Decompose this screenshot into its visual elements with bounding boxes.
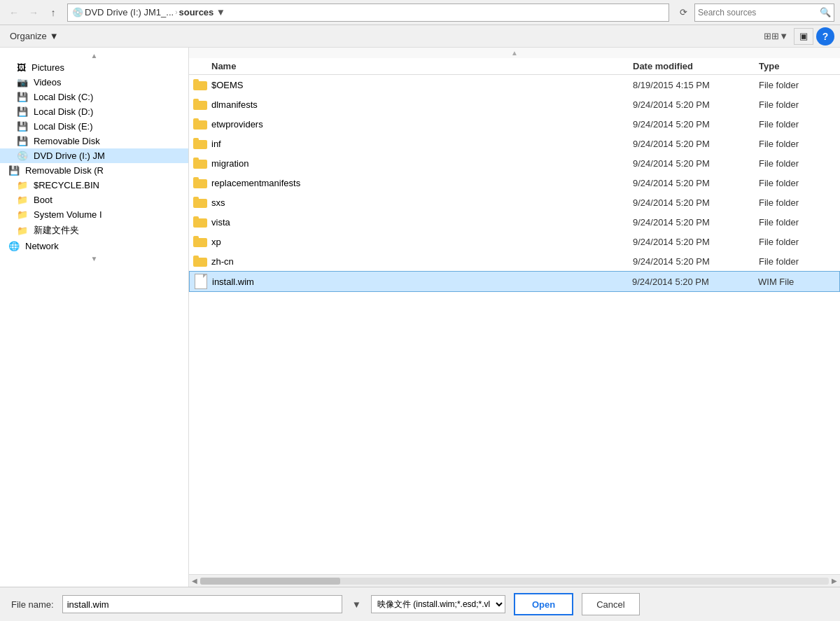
sidebar-item-boot[interactable]: 📁 Boot (0, 193, 188, 207)
file-date-inf: 9/24/2014 5:20 PM (630, 139, 756, 149)
breadcrumb-sep: › (175, 8, 177, 16)
hscroll-thumb[interactable] (200, 578, 340, 585)
folder-icon-inf (189, 138, 211, 149)
new-folder-icon: 📁 (17, 225, 28, 236)
file-row-vista[interactable]: vista 9/24/2014 5:20 PM File folder (189, 212, 840, 232)
sidebar-item-local-c[interactable]: 💾 Local Disk (C:) (0, 90, 188, 104)
col-name-header[interactable]: Name (189, 61, 630, 71)
folder-icon-soems (189, 79, 211, 90)
cancel-button[interactable]: Cancel (582, 593, 639, 615)
file-list-header: Name Date modified Type (189, 58, 840, 75)
sidebar-scroll-up[interactable]: ▲ (0, 50, 188, 60)
search-icon: 🔍 (820, 7, 831, 18)
file-date-zh-cn: 9/24/2014 5:20 PM (630, 256, 756, 267)
breadcrumb-drive-label: DVD Drive (I:) JM1_... (85, 7, 174, 18)
organize-button[interactable]: Organize ▼ (6, 29, 63, 43)
file-name-input[interactable] (62, 595, 342, 613)
main-area: ▲ 🖼 Pictures 📷 Videos 💾 Local Disk (C:) … (0, 48, 840, 587)
toolbar2-right: ⊞⊞ ▼ ▣ ? (761, 27, 834, 46)
sidebar-item-local-e[interactable]: 💾 Local Disk (E:) (0, 119, 188, 134)
file-type-zh-cn: File folder (756, 256, 840, 267)
hscroll-left-button[interactable]: ◀ (189, 577, 200, 585)
view-button[interactable]: ⊞⊞ ▼ (761, 29, 791, 43)
file-type-sxs: File folder (756, 197, 840, 208)
col-type-header[interactable]: Type (756, 61, 840, 71)
sidebar-item-removable[interactable]: 💾 Removable Disk (0, 134, 188, 148)
horizontal-scrollbar: ◀ ▶ (189, 574, 840, 587)
file-date-replacementmanifests: 9/24/2014 5:20 PM (630, 178, 756, 188)
file-row-dlmanifests[interactable]: dlmanifests 9/24/2014 5:20 PM File folde… (189, 95, 840, 114)
pane-button[interactable]: ▣ (794, 28, 813, 45)
breadcrumb-current[interactable]: sources (178, 7, 214, 18)
local-e-icon: 💾 (17, 121, 28, 132)
hscroll-right-button[interactable]: ▶ (829, 577, 840, 585)
file-row-xp[interactable]: xp 9/24/2014 5:20 PM File folder (189, 232, 840, 251)
file-name-xp: xp (211, 237, 630, 247)
file-row-install-wim[interactable]: install.wim 9/24/2014 5:20 PM WIM File (189, 271, 840, 292)
sidebar-item-pictures[interactable]: 🖼 Pictures (0, 60, 188, 75)
file-name-zh-cn: zh-cn (211, 256, 630, 267)
view-arrow-icon: ▼ (779, 31, 788, 41)
hscroll-track[interactable] (200, 578, 829, 585)
file-row-etwproviders[interactable]: etwproviders 9/24/2014 5:20 PM File fold… (189, 114, 840, 134)
boot-icon: 📁 (17, 195, 28, 205)
sidebar-item-network[interactable]: 🌐 Network (0, 239, 188, 253)
pane-icon: ▣ (799, 31, 808, 41)
file-type-select[interactable]: 映像文件 (install.wim;*.esd;*.vl (371, 595, 505, 613)
file-name-replacementmanifests: replacementmanifests (211, 178, 630, 188)
sidebar-item-system-volume-label: System Volume I (34, 209, 183, 220)
sidebar-item-dvd[interactable]: 💿 DVD Drive (I:) JM (0, 148, 188, 163)
back-button[interactable]: ← (6, 4, 22, 21)
help-button[interactable]: ? (816, 27, 834, 46)
sidebar-item-new-folder[interactable]: 📁 新建文件夹 (0, 222, 188, 239)
file-name-migration: migration (211, 158, 630, 169)
file-row-zh-cn[interactable]: zh-cn 9/24/2014 5:20 PM File folder (189, 251, 840, 271)
sidebar-item-removable-r[interactable]: 💾 Removable Disk (R (0, 163, 188, 178)
refresh-button[interactable]: ⟳ (675, 4, 692, 21)
sidebar-item-local-d-label: Local Disk (D:) (34, 106, 183, 117)
organize-label: Organize (10, 31, 47, 41)
file-name-dropdown-button[interactable]: ▼ (351, 595, 363, 613)
sidebar-item-videos[interactable]: 📷 Videos (0, 75, 188, 90)
sidebar-scroll-down[interactable]: ▼ (0, 253, 188, 263)
file-row-soems[interactable]: $OEMS 8/19/2015 4:15 PM File folder (189, 75, 840, 95)
file-name-vista: vista (211, 217, 630, 228)
file-row-sxs[interactable]: sxs 9/24/2014 5:20 PM File folder (189, 193, 840, 212)
sidebar-item-system-volume[interactable]: 📁 System Volume I (0, 207, 188, 222)
sidebar-item-local-d[interactable]: 💾 Local Disk (D:) (0, 104, 188, 119)
file-name-install-wim: install.wim (212, 277, 629, 287)
file-date-migration: 9/24/2014 5:20 PM (630, 158, 756, 169)
file-type-inf: File folder (756, 139, 840, 149)
open-button[interactable]: Open (514, 593, 573, 615)
file-type-soems: File folder (756, 80, 840, 90)
file-row-inf[interactable]: inf 9/24/2014 5:20 PM File folder (189, 134, 840, 153)
recycle-icon: 📁 (17, 180, 28, 190)
network-icon: 🌐 (8, 241, 20, 251)
folder-icon-vista (189, 216, 211, 228)
bottom-bar: File name: ▼ 映像文件 (install.wim;*.esd;*.v… (0, 587, 840, 621)
file-row-replacementmanifests[interactable]: replacementmanifests 9/24/2014 5:20 PM F… (189, 173, 840, 193)
file-date-dlmanifests: 9/24/2014 5:20 PM (630, 99, 756, 110)
forward-button[interactable]: → (25, 4, 42, 21)
file-list-scroll-up[interactable]: ▲ (189, 48, 840, 58)
sidebar-item-new-folder-label: 新建文件夹 (34, 224, 183, 237)
sidebar-item-recycle[interactable]: 📁 $RECYCLE.BIN (0, 178, 188, 193)
file-row-migration[interactable]: migration 9/24/2014 5:20 PM File folder (189, 153, 840, 173)
file-type-install-wim: WIM File (755, 277, 839, 287)
folder-icon-migration (189, 158, 211, 169)
breadcrumb-dropdown-button[interactable]: ▼ (215, 7, 226, 18)
col-date-header[interactable]: Date modified (630, 61, 756, 71)
sidebar-item-network-label: Network (25, 241, 183, 251)
file-name-sxs: sxs (211, 197, 630, 208)
removable-r-icon: 💾 (8, 165, 20, 176)
sidebar-item-pictures-label: Pictures (31, 62, 183, 73)
file-date-sxs: 9/24/2014 5:20 PM (630, 197, 756, 208)
file-list-container: ▲ Name Date modified Type $OEMS 8/19/201… (189, 48, 840, 587)
up-button[interactable]: ↑ (45, 4, 62, 21)
search-input[interactable] (698, 8, 817, 18)
sidebar-item-boot-label: Boot (34, 195, 183, 205)
sidebar-item-removable-label: Removable Disk (34, 136, 183, 146)
local-c-icon: 💾 (17, 92, 28, 102)
breadcrumb-bar: 💿 DVD Drive (I:) JM1_... › sources ▼ (67, 4, 669, 22)
breadcrumb-drive[interactable]: 💿 DVD Drive (I:) JM1_... (72, 7, 174, 18)
